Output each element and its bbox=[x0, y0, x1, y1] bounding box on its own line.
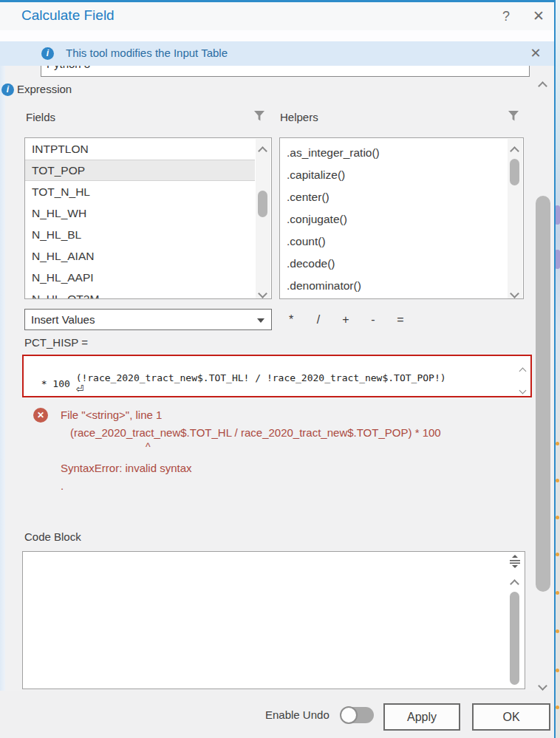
map-feature bbox=[555, 205, 560, 225]
fields-scrollbar[interactable] bbox=[256, 139, 270, 299]
field-item[interactable]: N_HL_WH bbox=[25, 202, 255, 224]
expression-input[interactable]: (!race_2020_tract_new$.TOT_HL! / !race_2… bbox=[22, 355, 532, 397]
scroll-down-icon[interactable] bbox=[538, 681, 547, 691]
code-block-scrollbar[interactable] bbox=[508, 571, 522, 688]
scroll-up-icon[interactable] bbox=[519, 368, 527, 375]
assignment-target-label: PCT_HISP = bbox=[24, 336, 88, 349]
expression-text-line2: * 100 bbox=[30, 378, 70, 389]
plus-operator-button[interactable]: + bbox=[338, 312, 354, 328]
close-icon[interactable]: ✕ bbox=[529, 7, 548, 26]
expression-language-combo[interactable]: Python 3 bbox=[41, 66, 530, 77]
title-divider bbox=[0, 30, 554, 41]
map-point bbox=[556, 591, 559, 595]
map-point bbox=[556, 629, 559, 633]
info-banner: i This tool modifies the Input Table ✕ bbox=[0, 41, 554, 66]
error-caret: ^ bbox=[146, 441, 151, 453]
error-icon: ✕ bbox=[33, 408, 48, 423]
field-item-selected[interactable]: TOT_POP bbox=[25, 160, 255, 181]
map-point bbox=[556, 479, 559, 482]
enable-undo-label: Enable Undo bbox=[265, 708, 329, 721]
field-item[interactable]: N_HL_BL bbox=[25, 224, 255, 245]
insert-values-label: Insert Values bbox=[31, 313, 95, 326]
fields-scrollbar-thumb[interactable] bbox=[258, 191, 267, 217]
ok-button[interactable]: OK bbox=[472, 703, 550, 731]
helpers-list: .as_integer_ratio() .capitalize() .cente… bbox=[279, 137, 524, 299]
map-point bbox=[556, 705, 559, 709]
field-item[interactable]: TOT_N_HL bbox=[25, 181, 255, 202]
scroll-down-icon[interactable] bbox=[258, 289, 267, 298]
fields-filter-icon[interactable] bbox=[253, 109, 266, 123]
map-point bbox=[556, 553, 559, 556]
pane-scrollbar-thumb[interactable] bbox=[536, 196, 550, 592]
helper-item[interactable]: .center() bbox=[280, 186, 507, 208]
code-block-input[interactable] bbox=[22, 551, 525, 689]
error-code-line: (race_2020_tract_new$.TOT_HL / race_2020… bbox=[70, 426, 441, 439]
map-point bbox=[556, 442, 559, 445]
scroll-up-icon[interactable] bbox=[510, 579, 519, 589]
scroll-down-icon[interactable] bbox=[519, 387, 527, 394]
code-block-label: Code Block bbox=[24, 530, 81, 543]
helpers-label: Helpers bbox=[280, 111, 318, 123]
error-trailing-dot: . bbox=[61, 479, 64, 492]
scroll-up-icon[interactable] bbox=[538, 81, 547, 91]
helper-item[interactable]: .as_integer_ratio() bbox=[280, 142, 507, 164]
helper-item[interactable]: .conjugate() bbox=[280, 208, 507, 230]
helper-item[interactable]: .count() bbox=[280, 230, 507, 253]
helpers-scrollbar[interactable] bbox=[508, 139, 522, 299]
helpers-scrollbar-thumb[interactable] bbox=[510, 159, 519, 185]
left-edge-strip bbox=[0, 66, 5, 691]
toggle-knob[interactable] bbox=[340, 706, 358, 724]
calculate-field-dialog: Calculate Field ? ✕ i This tool modifies… bbox=[0, 0, 556, 738]
operator-buttons: * / + - = bbox=[283, 312, 409, 328]
expression-text-line1: (!race_2020_tract_new$.TOT_HL! / !race_2… bbox=[76, 372, 446, 383]
field-item[interactable]: N_HL_AAPI bbox=[25, 267, 255, 288]
helper-item-partial[interactable]: .encode() bbox=[280, 297, 507, 299]
dialog-title: Calculate Field bbox=[21, 7, 115, 24]
divide-operator-button[interactable]: / bbox=[310, 312, 327, 328]
apply-button[interactable]: Apply bbox=[383, 703, 460, 731]
scroll-up-icon[interactable] bbox=[258, 146, 267, 156]
error-file-line: File "<string>", line 1 bbox=[61, 409, 162, 421]
helper-item[interactable]: .decode() bbox=[280, 253, 507, 275]
banner-close-icon[interactable]: ✕ bbox=[527, 44, 544, 62]
info-icon: i bbox=[41, 47, 54, 60]
banner-message: This tool modifies the Input Table bbox=[66, 47, 228, 59]
fields-list: INTPTLON TOT_POP TOT_N_HL N_HL_WH N_HL_B… bbox=[24, 137, 272, 299]
helper-item[interactable]: .capitalize() bbox=[280, 164, 507, 186]
map-point bbox=[556, 669, 559, 672]
code-scrollbar-thumb[interactable] bbox=[510, 592, 519, 685]
footer-bar: Enable Undo Apply OK bbox=[0, 691, 554, 738]
equals-operator-button[interactable]: = bbox=[392, 312, 409, 328]
scroll-up-icon[interactable] bbox=[510, 146, 519, 156]
minus-operator-button[interactable]: - bbox=[365, 312, 381, 328]
chevron-down-icon bbox=[257, 318, 264, 323]
pane-scrollbar[interactable] bbox=[533, 72, 553, 689]
dialog-body: Python 3 i Expression Fields Helpers INT… bbox=[0, 66, 554, 691]
enable-undo-toggle[interactable] bbox=[341, 707, 374, 723]
line-wrap-icon: ⏎ bbox=[76, 383, 84, 394]
fields-label: Fields bbox=[26, 111, 55, 123]
error-syntax-message: SyntaxError: invalid syntax bbox=[61, 462, 192, 474]
helper-item[interactable]: .denominator() bbox=[280, 275, 507, 297]
title-bar: Calculate Field ? ✕ bbox=[0, 2, 554, 30]
map-feature bbox=[555, 250, 560, 269]
scroll-down-icon[interactable] bbox=[510, 289, 519, 298]
field-item[interactable]: N_HL_AIAN bbox=[25, 245, 255, 267]
insert-values-dropdown[interactable]: Insert Values bbox=[24, 309, 272, 330]
expression-info-icon: i bbox=[1, 83, 14, 96]
resize-handle-icon[interactable] bbox=[508, 554, 522, 569]
expression-section-label: Expression bbox=[17, 83, 72, 95]
expression-language-value: Python 3 bbox=[41, 66, 529, 70]
field-item[interactable]: INTPTLON bbox=[25, 138, 255, 160]
helpers-filter-icon[interactable] bbox=[507, 109, 520, 123]
multiply-operator-button[interactable]: * bbox=[283, 312, 299, 328]
field-item-partial[interactable]: N_HL_OT2M bbox=[25, 288, 255, 299]
help-icon[interactable]: ? bbox=[496, 7, 516, 26]
map-point bbox=[556, 516, 559, 519]
